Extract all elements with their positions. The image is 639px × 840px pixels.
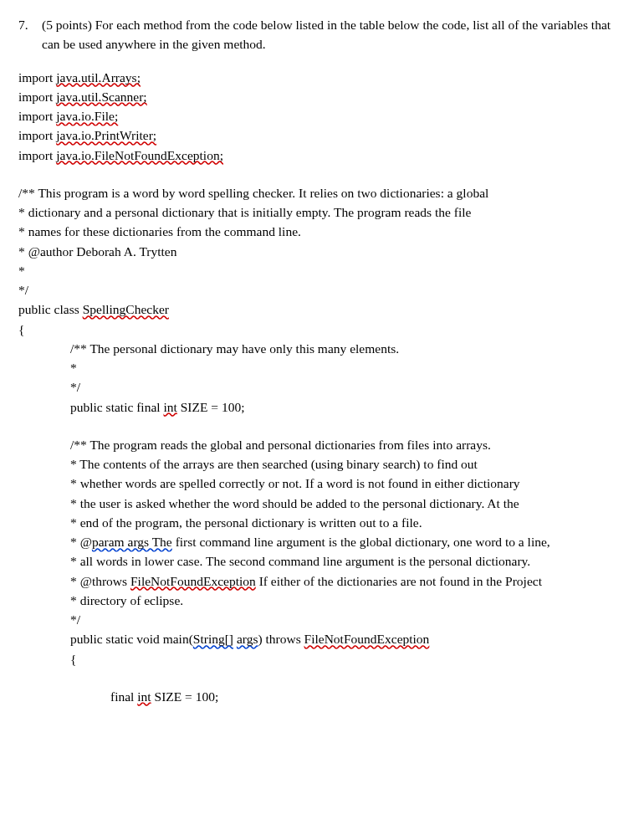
main-decl: public static void main(String[] args) t… xyxy=(18,629,621,648)
points: (5 points) xyxy=(42,18,92,32)
class-decl: public class SpellingChecker xyxy=(18,300,621,319)
local-decl: final int SIZE = 100; xyxy=(18,687,621,706)
method-comment: * the user is asked whether the word sho… xyxy=(18,494,621,513)
code-block: import java.util.Arrays; import java.uti… xyxy=(18,68,621,707)
method-comment: * all words in lower case. The second co… xyxy=(18,551,621,571)
int-keyword: int xyxy=(163,400,176,414)
import-path: java.io.PrintWriter; xyxy=(56,128,156,142)
class-comment: * dictionary and a personal dictionary t… xyxy=(18,202,621,222)
brace-open: { xyxy=(18,649,621,668)
import-path: java.util.Scanner; xyxy=(56,90,146,104)
string-type: String[] xyxy=(193,632,233,646)
param-tag: param args The xyxy=(92,535,172,549)
class-comment: * xyxy=(18,261,621,280)
qtext-body: For each method from the code below list… xyxy=(42,18,611,51)
exception-name: FileNotFoundException xyxy=(130,574,256,588)
method-comment: * @param args The first command line arg… xyxy=(18,532,621,551)
method-comment: * @throws FileNotFoundException If eithe… xyxy=(18,571,621,591)
class-comment: * names for these dictionaries from the … xyxy=(18,222,621,241)
import-path: java.io.FileNotFoundException; xyxy=(56,148,223,162)
class-name: SpellingChecker xyxy=(83,302,169,316)
method-comment: * The contents of the arrays are then se… xyxy=(18,454,621,474)
brace-open: { xyxy=(18,320,621,339)
import-line: import java.io.File; xyxy=(18,106,621,125)
import-path: java.io.File; xyxy=(56,109,118,123)
method-comment: * whether words are spelled correctly or… xyxy=(18,474,621,493)
exception-name: FileNotFoundException xyxy=(304,632,430,646)
method-comment: /** The program reads the global and per… xyxy=(18,435,621,454)
field-comment: /** The personal dictionary may have onl… xyxy=(18,339,621,358)
method-comment: * directory of eclipse. xyxy=(18,591,621,610)
import-line: import java.io.PrintWriter; xyxy=(18,125,621,145)
import-path: java.util.Arrays; xyxy=(56,70,141,85)
method-comment: * end of the program, the personal dicti… xyxy=(18,513,621,532)
import-line: import java.util.Scanner; xyxy=(18,87,621,106)
question-number: 7. xyxy=(18,15,42,54)
import-line: import java.io.FileNotFoundException; xyxy=(18,146,621,165)
import-line: import java.util.Arrays; xyxy=(18,68,621,87)
field-comment: * xyxy=(18,358,621,377)
field-decl: public static final int SIZE = 100; xyxy=(18,397,621,417)
question-text: (5 points) For each method from the code… xyxy=(42,15,621,54)
field-comment: */ xyxy=(18,377,621,397)
method-comment: */ xyxy=(18,610,621,629)
class-comment: /** This program is a word by word spell… xyxy=(18,183,621,202)
class-comment: * @author Deborah A. Trytten xyxy=(18,242,621,261)
int-keyword: int xyxy=(137,689,151,704)
class-comment: */ xyxy=(18,280,621,300)
args-param: args xyxy=(237,632,258,646)
